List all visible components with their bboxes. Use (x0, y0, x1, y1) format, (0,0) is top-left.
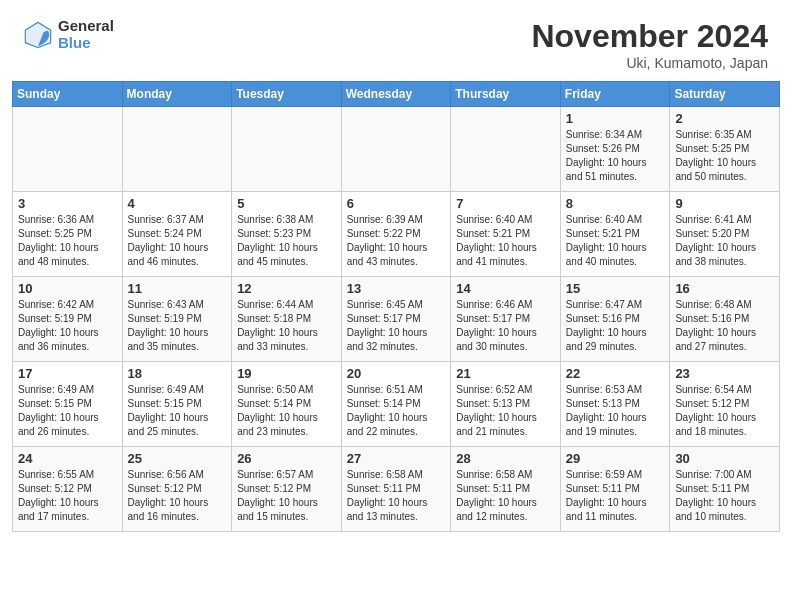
day-info: Sunrise: 6:44 AM Sunset: 5:18 PM Dayligh… (237, 298, 336, 354)
day-info: Sunrise: 6:43 AM Sunset: 5:19 PM Dayligh… (128, 298, 227, 354)
day-info: Sunrise: 6:56 AM Sunset: 5:12 PM Dayligh… (128, 468, 227, 524)
calendar-cell: 25Sunrise: 6:56 AM Sunset: 5:12 PM Dayli… (122, 447, 232, 532)
day-number: 18 (128, 366, 227, 381)
day-info: Sunrise: 6:45 AM Sunset: 5:17 PM Dayligh… (347, 298, 446, 354)
day-number: 30 (675, 451, 774, 466)
day-info: Sunrise: 6:54 AM Sunset: 5:12 PM Dayligh… (675, 383, 774, 439)
day-number: 20 (347, 366, 446, 381)
calendar-cell: 28Sunrise: 6:58 AM Sunset: 5:11 PM Dayli… (451, 447, 561, 532)
logo-blue-label: Blue (58, 35, 114, 52)
calendar-cell: 6Sunrise: 6:39 AM Sunset: 5:22 PM Daylig… (341, 192, 451, 277)
logo-text: General Blue (58, 18, 114, 51)
calendar-cell: 23Sunrise: 6:54 AM Sunset: 5:12 PM Dayli… (670, 362, 780, 447)
logo-area: General Blue (24, 18, 114, 51)
day-info: Sunrise: 6:57 AM Sunset: 5:12 PM Dayligh… (237, 468, 336, 524)
day-number: 10 (18, 281, 117, 296)
calendar-cell: 5Sunrise: 6:38 AM Sunset: 5:23 PM Daylig… (232, 192, 342, 277)
day-number: 15 (566, 281, 665, 296)
day-info: Sunrise: 6:37 AM Sunset: 5:24 PM Dayligh… (128, 213, 227, 269)
calendar-table: SundayMondayTuesdayWednesdayThursdayFrid… (12, 81, 780, 532)
calendar-cell: 7Sunrise: 6:40 AM Sunset: 5:21 PM Daylig… (451, 192, 561, 277)
calendar-week-2: 3Sunrise: 6:36 AM Sunset: 5:25 PM Daylig… (13, 192, 780, 277)
calendar-cell: 2Sunrise: 6:35 AM Sunset: 5:25 PM Daylig… (670, 107, 780, 192)
day-info: Sunrise: 6:52 AM Sunset: 5:13 PM Dayligh… (456, 383, 555, 439)
day-number: 6 (347, 196, 446, 211)
calendar-cell: 18Sunrise: 6:49 AM Sunset: 5:15 PM Dayli… (122, 362, 232, 447)
calendar-cell: 19Sunrise: 6:50 AM Sunset: 5:14 PM Dayli… (232, 362, 342, 447)
calendar-week-3: 10Sunrise: 6:42 AM Sunset: 5:19 PM Dayli… (13, 277, 780, 362)
weekday-header-friday: Friday (560, 82, 670, 107)
calendar-week-1: 1Sunrise: 6:34 AM Sunset: 5:26 PM Daylig… (13, 107, 780, 192)
calendar-cell: 1Sunrise: 6:34 AM Sunset: 5:26 PM Daylig… (560, 107, 670, 192)
calendar-cell: 8Sunrise: 6:40 AM Sunset: 5:21 PM Daylig… (560, 192, 670, 277)
day-info: Sunrise: 6:41 AM Sunset: 5:20 PM Dayligh… (675, 213, 774, 269)
day-number: 28 (456, 451, 555, 466)
day-number: 4 (128, 196, 227, 211)
day-info: Sunrise: 7:00 AM Sunset: 5:11 PM Dayligh… (675, 468, 774, 524)
day-number: 14 (456, 281, 555, 296)
calendar-cell: 4Sunrise: 6:37 AM Sunset: 5:24 PM Daylig… (122, 192, 232, 277)
header: General Blue November 2024 Uki, Kumamoto… (0, 0, 792, 81)
day-number: 24 (18, 451, 117, 466)
day-info: Sunrise: 6:55 AM Sunset: 5:12 PM Dayligh… (18, 468, 117, 524)
logo-general-label: General (58, 18, 114, 35)
calendar: SundayMondayTuesdayWednesdayThursdayFrid… (0, 81, 792, 612)
day-number: 23 (675, 366, 774, 381)
calendar-cell (13, 107, 123, 192)
weekday-header-monday: Monday (122, 82, 232, 107)
calendar-header: SundayMondayTuesdayWednesdayThursdayFrid… (13, 82, 780, 107)
day-number: 3 (18, 196, 117, 211)
page: General Blue November 2024 Uki, Kumamoto… (0, 0, 792, 612)
day-number: 27 (347, 451, 446, 466)
day-number: 16 (675, 281, 774, 296)
calendar-cell: 29Sunrise: 6:59 AM Sunset: 5:11 PM Dayli… (560, 447, 670, 532)
day-info: Sunrise: 6:40 AM Sunset: 5:21 PM Dayligh… (566, 213, 665, 269)
calendar-cell: 10Sunrise: 6:42 AM Sunset: 5:19 PM Dayli… (13, 277, 123, 362)
day-info: Sunrise: 6:40 AM Sunset: 5:21 PM Dayligh… (456, 213, 555, 269)
calendar-week-4: 17Sunrise: 6:49 AM Sunset: 5:15 PM Dayli… (13, 362, 780, 447)
weekday-header-sunday: Sunday (13, 82, 123, 107)
weekday-header-saturday: Saturday (670, 82, 780, 107)
day-info: Sunrise: 6:50 AM Sunset: 5:14 PM Dayligh… (237, 383, 336, 439)
weekday-header-thursday: Thursday (451, 82, 561, 107)
calendar-cell: 11Sunrise: 6:43 AM Sunset: 5:19 PM Dayli… (122, 277, 232, 362)
day-number: 5 (237, 196, 336, 211)
calendar-cell: 3Sunrise: 6:36 AM Sunset: 5:25 PM Daylig… (13, 192, 123, 277)
day-number: 7 (456, 196, 555, 211)
title-area: November 2024 Uki, Kumamoto, Japan (531, 18, 768, 71)
day-number: 21 (456, 366, 555, 381)
month-title: November 2024 (531, 18, 768, 55)
calendar-cell: 17Sunrise: 6:49 AM Sunset: 5:15 PM Dayli… (13, 362, 123, 447)
calendar-cell: 13Sunrise: 6:45 AM Sunset: 5:17 PM Dayli… (341, 277, 451, 362)
day-info: Sunrise: 6:49 AM Sunset: 5:15 PM Dayligh… (128, 383, 227, 439)
day-info: Sunrise: 6:35 AM Sunset: 5:25 PM Dayligh… (675, 128, 774, 184)
day-number: 22 (566, 366, 665, 381)
calendar-cell (451, 107, 561, 192)
weekday-header-row: SundayMondayTuesdayWednesdayThursdayFrid… (13, 82, 780, 107)
day-info: Sunrise: 6:59 AM Sunset: 5:11 PM Dayligh… (566, 468, 665, 524)
calendar-cell: 9Sunrise: 6:41 AM Sunset: 5:20 PM Daylig… (670, 192, 780, 277)
day-info: Sunrise: 6:49 AM Sunset: 5:15 PM Dayligh… (18, 383, 117, 439)
day-number: 8 (566, 196, 665, 211)
day-info: Sunrise: 6:48 AM Sunset: 5:16 PM Dayligh… (675, 298, 774, 354)
day-number: 25 (128, 451, 227, 466)
day-info: Sunrise: 6:58 AM Sunset: 5:11 PM Dayligh… (456, 468, 555, 524)
calendar-cell: 12Sunrise: 6:44 AM Sunset: 5:18 PM Dayli… (232, 277, 342, 362)
day-info: Sunrise: 6:47 AM Sunset: 5:16 PM Dayligh… (566, 298, 665, 354)
day-info: Sunrise: 6:51 AM Sunset: 5:14 PM Dayligh… (347, 383, 446, 439)
day-number: 17 (18, 366, 117, 381)
day-number: 13 (347, 281, 446, 296)
day-number: 12 (237, 281, 336, 296)
calendar-cell: 21Sunrise: 6:52 AM Sunset: 5:13 PM Dayli… (451, 362, 561, 447)
day-number: 29 (566, 451, 665, 466)
day-info: Sunrise: 6:39 AM Sunset: 5:22 PM Dayligh… (347, 213, 446, 269)
location-title: Uki, Kumamoto, Japan (531, 55, 768, 71)
calendar-cell: 27Sunrise: 6:58 AM Sunset: 5:11 PM Dayli… (341, 447, 451, 532)
day-info: Sunrise: 6:53 AM Sunset: 5:13 PM Dayligh… (566, 383, 665, 439)
day-info: Sunrise: 6:36 AM Sunset: 5:25 PM Dayligh… (18, 213, 117, 269)
calendar-cell: 15Sunrise: 6:47 AM Sunset: 5:16 PM Dayli… (560, 277, 670, 362)
calendar-cell (122, 107, 232, 192)
day-number: 2 (675, 111, 774, 126)
calendar-cell: 24Sunrise: 6:55 AM Sunset: 5:12 PM Dayli… (13, 447, 123, 532)
weekday-header-tuesday: Tuesday (232, 82, 342, 107)
